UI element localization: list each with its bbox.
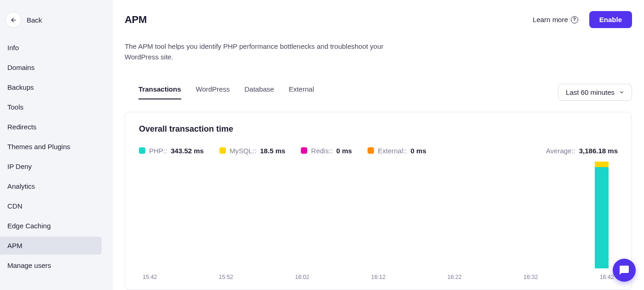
x-tick: 15:42 (143, 274, 157, 280)
chart-bar-stack (595, 161, 609, 269)
time-range-dropdown[interactable]: Last 60 minutes (558, 84, 632, 101)
chevron-down-icon (619, 90, 624, 95)
tab-external[interactable]: External (289, 85, 314, 99)
sidebar-item-analytics[interactable]: Analytics (0, 177, 113, 195)
tab-transactions[interactable]: Transactions (138, 85, 181, 99)
enable-button[interactable]: Enable (589, 11, 632, 28)
sidebar-item-info[interactable]: Info (0, 39, 113, 57)
sidebar-nav: Info Domains Backups Tools Redirects The… (0, 37, 113, 276)
sidebar-item-domains[interactable]: Domains (0, 58, 113, 76)
learn-more-link[interactable]: Learn more ? (533, 16, 578, 23)
time-range-label: Last 60 minutes (566, 88, 615, 96)
x-tick: 16:32 (523, 274, 538, 280)
chat-icon (619, 265, 630, 276)
sidebar-item-label: Redirects (7, 123, 36, 131)
back-button[interactable] (6, 12, 21, 28)
x-tick: 15:52 (219, 274, 233, 280)
sidebar-item-label: Backups (7, 83, 34, 91)
legend-average: Average:: 3,186.18 ms (546, 147, 618, 155)
legend-value: 18.5 ms (260, 147, 285, 155)
page-description: The APM tool helps you identify PHP perf… (125, 41, 391, 63)
legend-label: External:: (378, 147, 407, 155)
legend-label: MySQL:: (230, 147, 256, 155)
swatch-php (139, 147, 145, 154)
x-tick: 16:02 (295, 274, 309, 280)
swatch-external (368, 147, 374, 154)
sidebar-item-label: CDN (7, 202, 23, 210)
x-tick: 16:22 (447, 274, 461, 280)
legend-label: Redis:: (311, 147, 333, 155)
header-row: APM Learn more ? Enable (125, 11, 632, 28)
tabs: Transactions WordPress Database External (138, 85, 314, 99)
legend-item-mysql: MySQL:: 18.5 ms (219, 147, 285, 155)
tab-wordpress[interactable]: WordPress (196, 85, 230, 99)
legend-label: PHP:: (149, 147, 167, 155)
bar-segment-php (595, 167, 609, 268)
sidebar-item-label: Info (7, 44, 19, 52)
chart-area (139, 161, 618, 269)
tab-label: WordPress (196, 85, 230, 93)
legend-item-redis: Redis:: 0 ms (301, 147, 352, 155)
main-content: APM Learn more ? Enable The APM tool hel… (113, 0, 644, 290)
sidebar-item-label: Tools (7, 103, 23, 111)
back-row: Back (0, 0, 113, 37)
legend-item-external: External:: 0 ms (368, 147, 426, 155)
tab-database[interactable]: Database (244, 85, 274, 99)
question-circle-icon: ? (571, 16, 578, 23)
chat-launcher[interactable] (613, 259, 636, 282)
bar-segment-mysql (595, 162, 609, 168)
transaction-time-card: Overall transaction time PHP:: 343.52 ms… (125, 112, 632, 290)
legend-value: 0 ms (411, 147, 426, 155)
sidebar-item-cdn[interactable]: CDN (0, 197, 113, 215)
sidebar-item-edge-caching[interactable]: Edge Caching (0, 217, 113, 235)
back-label: Back (27, 16, 42, 24)
tab-label: External (289, 85, 314, 93)
sidebar: Back Info Domains Backups Tools Redirect… (0, 0, 113, 290)
x-tick: 16:42 (600, 274, 614, 280)
average-label: Average:: (546, 147, 575, 155)
sidebar-item-backups[interactable]: Backups (0, 78, 113, 96)
sidebar-item-label: Analytics (7, 182, 35, 190)
legend-value: 0 ms (336, 147, 352, 155)
sidebar-item-redirects[interactable]: Redirects (0, 118, 113, 136)
card-title: Overall transaction time (139, 124, 618, 134)
sidebar-item-themes-plugins[interactable]: Themes and Plugins (0, 138, 113, 156)
sidebar-item-apm[interactable]: APM (0, 237, 102, 255)
swatch-redis (301, 147, 307, 154)
legend-item-php: PHP:: 343.52 ms (139, 147, 204, 155)
x-tick: 16:12 (371, 274, 385, 280)
sidebar-item-label: Themes and Plugins (7, 143, 70, 151)
sidebar-item-label: Edge Caching (7, 222, 51, 230)
sidebar-item-label: IP Deny (7, 162, 32, 170)
sidebar-item-manage-users[interactable]: Manage users (0, 256, 113, 274)
sidebar-item-label: APM (7, 242, 23, 249)
page-title: APM (125, 14, 147, 26)
swatch-mysql (219, 147, 226, 154)
legend-value: 343.52 ms (171, 147, 204, 155)
arrow-left-icon (10, 17, 17, 23)
average-value: 3,186.18 ms (579, 147, 618, 155)
header-actions: Learn more ? Enable (533, 11, 632, 28)
legend-row: PHP:: 343.52 ms MySQL:: 18.5 ms Redis:: … (139, 147, 618, 155)
sidebar-item-ip-deny[interactable]: IP Deny (0, 157, 113, 175)
sidebar-item-label: Domains (7, 64, 34, 71)
sidebar-item-label: Manage users (7, 261, 51, 269)
tab-label: Transactions (138, 85, 181, 93)
learn-more-label: Learn more (533, 16, 568, 23)
legend-left: PHP:: 343.52 ms MySQL:: 18.5 ms Redis:: … (139, 147, 426, 155)
chart-x-axis: 15:42 15:52 16:02 16:12 16:22 16:32 16:4… (139, 268, 618, 280)
sidebar-item-tools[interactable]: Tools (0, 98, 113, 116)
tabs-row: Transactions WordPress Database External… (125, 84, 632, 101)
tab-label: Database (244, 85, 274, 93)
